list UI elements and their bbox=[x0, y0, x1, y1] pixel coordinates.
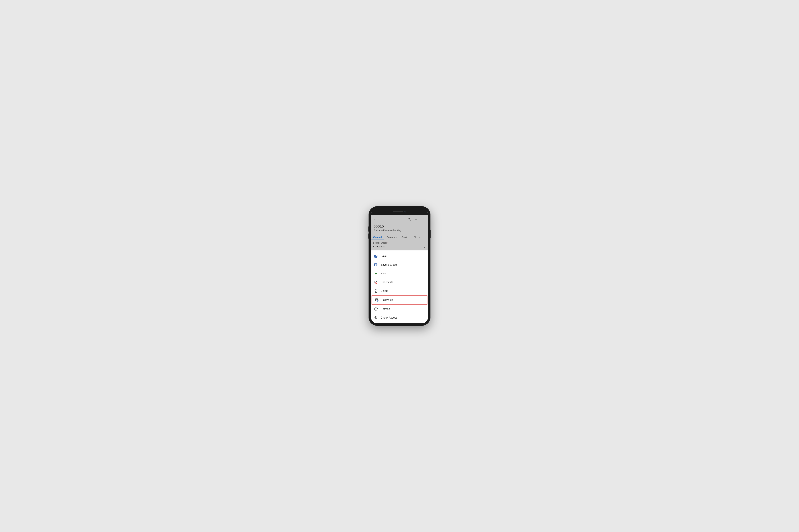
record-type: Bookable Resource Booking bbox=[374, 229, 425, 231]
phone-frame: ‹ bbox=[368, 206, 431, 326]
more-button[interactable] bbox=[421, 217, 425, 223]
tabs-bar: General Customer Service Notes bbox=[371, 233, 428, 240]
add-button[interactable] bbox=[414, 217, 418, 223]
follow-up-label: Follow up bbox=[382, 299, 393, 302]
followup-icon bbox=[375, 298, 379, 302]
vol-down-btn bbox=[368, 233, 368, 239]
tab-general[interactable]: General bbox=[371, 234, 384, 240]
new-menu-item[interactable]: New bbox=[371, 269, 428, 278]
check-access-label: Check Access bbox=[381, 316, 397, 319]
delete-label: Delete bbox=[381, 289, 388, 292]
deactivate-label: Deactivate bbox=[381, 281, 393, 284]
save-close-menu-item[interactable]: Save & Close bbox=[371, 261, 428, 269]
save-menu-item[interactable]: Save bbox=[371, 252, 428, 261]
follow-up-menu-item[interactable]: Follow up bbox=[372, 295, 427, 305]
save-close-label: Save & Close bbox=[381, 263, 397, 266]
header-icons-right bbox=[407, 217, 425, 223]
booking-status-value: Completed bbox=[373, 245, 385, 248]
back-button[interactable]: ‹ bbox=[374, 217, 376, 222]
save-icon bbox=[374, 254, 378, 258]
speaker bbox=[393, 211, 403, 212]
notch-bar bbox=[371, 209, 428, 215]
delete-menu-item[interactable]: Delete bbox=[371, 287, 428, 295]
menu-list: Save Save & Close bbox=[371, 250, 428, 323]
svg-point-4 bbox=[423, 218, 423, 218]
new-label: New bbox=[381, 272, 386, 275]
record-id: 00015 bbox=[374, 224, 425, 228]
tab-customer[interactable]: Customer bbox=[384, 234, 399, 240]
search-button[interactable] bbox=[407, 217, 412, 223]
check-access-icon bbox=[374, 316, 378, 320]
delete-icon bbox=[374, 289, 378, 293]
save-close-icon bbox=[374, 263, 378, 267]
deactivate-icon bbox=[374, 280, 378, 284]
svg-line-22 bbox=[377, 318, 377, 319]
refresh-icon bbox=[374, 307, 378, 311]
refresh-label: Refresh bbox=[381, 307, 390, 310]
vol-up-btn bbox=[368, 226, 368, 232]
tab-notes[interactable]: Notes bbox=[412, 234, 423, 240]
booking-status-label: Booking Status* bbox=[373, 242, 426, 244]
svg-line-1 bbox=[410, 220, 411, 221]
app-header: ‹ bbox=[371, 215, 428, 233]
camera bbox=[404, 211, 406, 212]
refresh-menu-item[interactable]: Refresh bbox=[371, 305, 428, 314]
tab-service[interactable]: Service bbox=[399, 234, 412, 240]
header-icons: ‹ bbox=[374, 217, 425, 223]
new-icon bbox=[374, 271, 378, 276]
power-btn bbox=[431, 230, 431, 238]
save-label: Save bbox=[381, 254, 387, 258]
svg-point-6 bbox=[423, 220, 423, 221]
phone-screen: ‹ bbox=[371, 209, 428, 323]
deactivate-menu-item[interactable]: Deactivate bbox=[371, 278, 428, 287]
check-access-menu-item[interactable]: Check Access bbox=[371, 314, 428, 322]
booking-status-dropdown[interactable]: Completed ⌄ bbox=[373, 245, 426, 248]
svg-point-5 bbox=[423, 219, 423, 220]
chevron-down-icon: ⌄ bbox=[423, 245, 426, 248]
booking-status-area: Booking Status* Completed ⌄ bbox=[371, 240, 428, 250]
svg-rect-7 bbox=[375, 254, 377, 258]
